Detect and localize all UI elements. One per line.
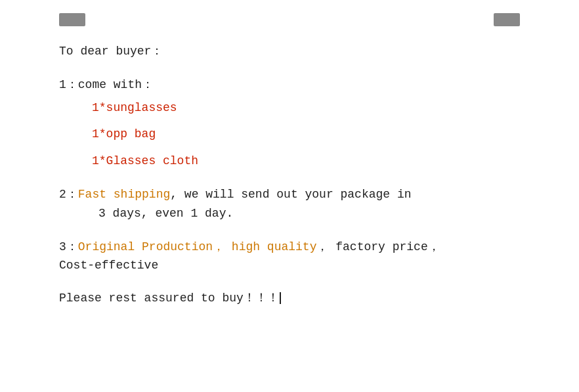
top-bar-left-icon[interactable]: [59, 13, 85, 26]
item2-line: 1*opp bag: [92, 125, 520, 144]
item3-line: 1*Glasses cloth: [92, 152, 520, 171]
section2-main-line: 2：Fast shipping, we will send out your p…: [59, 185, 520, 204]
section2-subline-text: 3 days, even 1 day.: [98, 207, 233, 220]
top-bar-right-icon[interactable]: [494, 13, 520, 26]
closing-line: Please rest assured to buy！！！: [59, 290, 520, 305]
section3-black-start: 3：: [59, 240, 78, 253]
section1-label: 1：come with：: [59, 76, 520, 95]
item2-text: 1*opp bag: [92, 127, 156, 141]
section3: 3：Original Production， high quality， fac…: [59, 238, 520, 276]
greeting-text: To dear buyer：: [59, 45, 163, 58]
section1: 1：come with： 1*sunglasses 1*opp bag 1*Gl…: [59, 76, 520, 171]
section3-subline: Cost-effective: [59, 256, 520, 275]
section3-colored-text: Original Production， high quality: [78, 240, 317, 253]
text-cursor: [280, 292, 281, 304]
page-container: To dear buyer： 1：come with： 1*sunglasses…: [0, 0, 579, 392]
item1-text: 1*sunglasses: [92, 101, 177, 114]
section2-black-text: , we will send out your package in: [170, 188, 411, 201]
top-bar: [59, 13, 520, 26]
item3-text: 1*Glasses cloth: [92, 154, 198, 167]
section1-items: 1*sunglasses 1*opp bag 1*Glasses cloth: [92, 98, 520, 171]
section2-subline: 3 days, even 1 day.: [98, 204, 520, 223]
section2-black-start: 2：: [59, 188, 78, 201]
section2-fast-shipping: Fast shipping: [78, 188, 170, 201]
content-area: To dear buyer： 1：come with： 1*sunglasses…: [59, 37, 520, 305]
section3-black-end: ， factory price，: [316, 240, 439, 253]
section2: 2：Fast shipping, we will send out your p…: [59, 185, 520, 223]
item1-line: 1*sunglasses: [92, 98, 520, 118]
greeting-line: To dear buyer：: [59, 42, 520, 61]
closing-text: Please rest assured to buy！！！: [59, 292, 279, 305]
section3-main-line: 3：Original Production， high quality， fac…: [59, 238, 520, 257]
section3-subline-text: Cost-effective: [59, 259, 158, 272]
